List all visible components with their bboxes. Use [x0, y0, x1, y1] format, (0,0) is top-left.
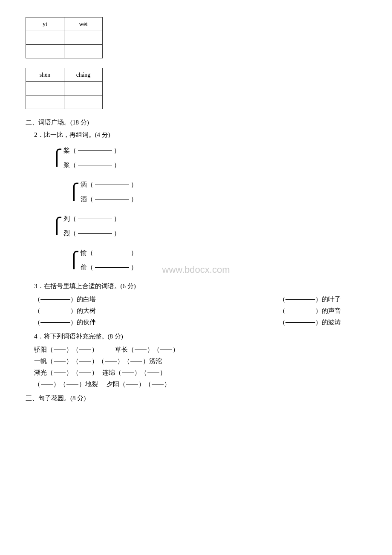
pinyin-table-2: shēn cháng [26, 68, 103, 109]
q4-text4-paren-open1: （ [34, 380, 40, 388]
q4-blank3-1[interactable] [54, 373, 66, 373]
q4-blank4-4[interactable] [152, 384, 164, 384]
q2-blank4-2[interactable] [95, 267, 129, 268]
q4-blank1-4[interactable] [160, 350, 172, 350]
q2-char2-2: 酒（） [81, 193, 137, 205]
table2-header-col2: cháng [64, 68, 103, 82]
q2-label: 2．比一比，再组词。(4 分) [34, 131, 366, 139]
q3-item1-2: （）的叶子 [279, 295, 341, 304]
q4-blank3-2[interactable] [79, 373, 91, 373]
q4-text1-2: 草长（ [115, 346, 134, 354]
q3-blank2-1[interactable] [40, 311, 70, 311]
q3-content: （）的白塔 （）的叶子 （）的大树 （）的声音 （）的伙伴 （）的波涛 [34, 295, 366, 327]
q2-blank2-1[interactable] [95, 185, 129, 185]
q3-item3-2: （）的波涛 [279, 318, 341, 327]
q2-group3: ⎧ 列（） 烈（） [51, 212, 366, 240]
q4-blank2-3[interactable] [105, 361, 117, 361]
table1-header-col2: wèi [64, 17, 103, 31]
table1-header-col1: yì [26, 17, 64, 31]
q4-row2: 一帆（）（）（）（）滂沱 [34, 357, 366, 365]
q2-blank1-1[interactable] [78, 150, 112, 151]
q4-blank4-3[interactable] [126, 384, 138, 384]
q3-row3: （）的伙伴 （）的波涛 [34, 318, 366, 327]
q3-row2: （）的大树 （）的声音 [34, 307, 366, 315]
table2-row1-col1 [26, 82, 64, 95]
q3-blank3-1[interactable] [40, 322, 70, 323]
table1-row1-col1 [26, 31, 64, 45]
table1-section: yì wèi [26, 17, 366, 58]
q3-item1-1: （）的白塔 [34, 295, 96, 304]
q4-blank2-1[interactable] [54, 361, 66, 361]
q4-content: 骄阳（）（） 草长（）（） 一帆（）（）（）（）滂沱 湖光（）（） 连绵（）（）… [34, 346, 366, 388]
q4-label: 4．将下列词语补充完整。(8 分) [34, 332, 366, 341]
q2-group4: ⎧ 愉（） 偷（） [68, 246, 366, 274]
table1-row2-col1 [26, 45, 64, 58]
q2-blank1-2[interactable] [78, 165, 112, 165]
q4-row1: 骄阳（）（） 草长（）（） [34, 346, 366, 354]
table1-row2-col2 [64, 45, 103, 58]
q4-text3-2: 连绵（ [102, 369, 121, 377]
q4-blank4-2[interactable] [66, 384, 78, 384]
q4-blank3-3[interactable] [122, 373, 134, 373]
q3-row1: （）的白塔 （）的叶子 [34, 295, 366, 304]
table1-row1-col2 [64, 31, 103, 45]
q3-blank1-2[interactable] [285, 299, 315, 300]
q2-char2-1: 洒（） [81, 178, 137, 191]
q2-char3-1: 列（） [63, 212, 120, 225]
q2-char3-2: 烈（） [63, 227, 120, 240]
q4-blank1-3[interactable] [135, 350, 147, 350]
q4-blank4-1[interactable] [41, 384, 53, 384]
q2-blank2-2[interactable] [95, 199, 129, 199]
q4-blank3-4[interactable] [147, 373, 159, 373]
section2-title: 二、词语广场。(18 分) [26, 119, 366, 127]
q4-blank1-2[interactable] [79, 350, 91, 350]
q4-blank2-2[interactable] [79, 361, 91, 361]
q2-blank3-1[interactable] [78, 219, 112, 219]
q4-text2-1: 一帆（ [34, 357, 53, 365]
q4-row4: （）（）地裂 夕阳（）（） [34, 380, 366, 388]
q2-blank3-2[interactable] [78, 233, 112, 234]
q4-text3-1: 湖光（ [34, 369, 53, 377]
q3-item2-1: （）的大树 [34, 307, 96, 315]
q3-item3-1: （）的伙伴 [34, 318, 96, 327]
q2-char4-1: 愉（） [81, 246, 137, 259]
q2-char4-2: 偷（） [81, 261, 137, 274]
q4-text1-1: 骄阳（ [34, 346, 53, 354]
q3-blank3-2[interactable] [285, 322, 315, 323]
pinyin-table-1: yì wèi [26, 17, 103, 58]
q2-blank4-1[interactable] [95, 253, 129, 253]
table2-row1-col2 [64, 82, 103, 95]
q2-char1-1: 桨（） [63, 144, 120, 157]
section3-title: 三、句子花园。(8 分) [26, 394, 366, 402]
q3-item2-2: （）的声音 [279, 307, 341, 315]
q4-blank1-1[interactable] [54, 350, 66, 350]
q4-row3: 湖光（）（） 连绵（）（） [34, 369, 366, 377]
table2-row2-col1 [26, 95, 64, 109]
q3-blank2-2[interactable] [285, 311, 315, 311]
table2-row2-col2 [64, 95, 103, 109]
q3-blank1-1[interactable] [40, 299, 70, 300]
q3-label: 3．在括号里填上合适的词语。(6 分) [34, 282, 366, 290]
q2-group2: ⎧ 洒（） 酒（） [68, 178, 366, 205]
table2-section: shēn cháng [26, 68, 366, 109]
table2-header-col1: shēn [26, 68, 64, 82]
q4-text4-2: 夕阳（ [107, 380, 126, 388]
q2-group1: ⎧ 桨（） 浆（） [51, 144, 366, 171]
q4-blank2-4[interactable] [130, 361, 142, 361]
q2-char1-2: 浆（） [63, 159, 120, 171]
